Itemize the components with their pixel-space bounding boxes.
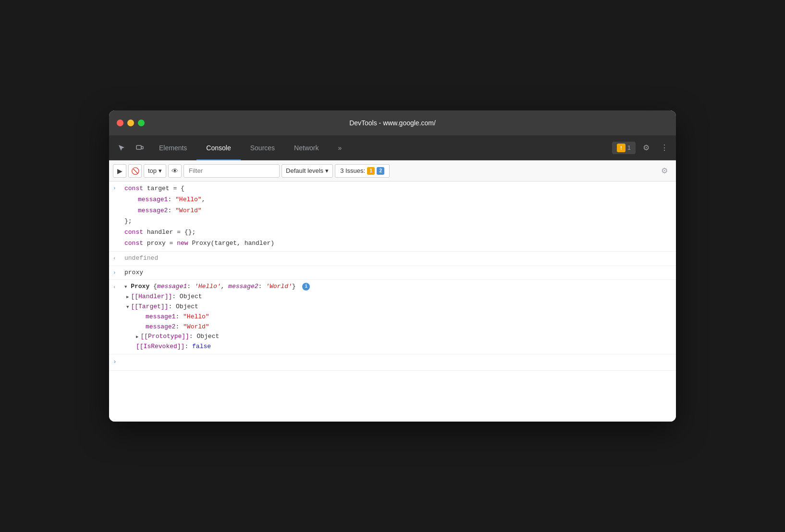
console-prompt: › (109, 354, 676, 371)
prompt-arrow[interactable]: › (113, 357, 117, 367)
issues-badge[interactable]: ! 1 (612, 142, 636, 154)
target-message1-row: message1: "Hello" (113, 312, 676, 322)
tab-console[interactable]: Console (196, 135, 240, 160)
maximize-button[interactable] (138, 120, 145, 126)
input-arrow-2[interactable]: › (113, 268, 123, 278)
cursor-icon[interactable] (113, 139, 130, 157)
target-message2-row: message2: "World" (113, 322, 676, 332)
minimize-button[interactable] (127, 120, 134, 126)
settings-icon[interactable]: ⚙ (638, 140, 654, 156)
traffic-lights (117, 120, 145, 126)
prototype-row: [[Prototype]]: Object (113, 332, 676, 342)
tabbar: Elements Console Sources Network » ! 1 ⚙… (109, 135, 676, 160)
input-arrow-1[interactable]: › (113, 183, 123, 193)
console-entry-4: ‹ Proxy {message1: 'Hello', message2: 'W… (109, 280, 676, 354)
isrevoked-row: [[IsRevoked]]: false (113, 342, 676, 352)
output-arrow-1: ‹ (113, 254, 123, 263)
filter-input[interactable] (184, 164, 280, 178)
target-header-row: [[Target]]: Object (113, 302, 676, 312)
console-entry-3: › proxy (109, 266, 676, 280)
output-arrow-2: ‹ (113, 282, 123, 292)
console-entry-1: › const target = { message1: "Hello", me… (109, 181, 676, 252)
console-content: › const target = { message1: "Hello", me… (109, 181, 676, 422)
more-options-icon[interactable]: ⋮ (657, 140, 672, 156)
window-title: DevTools - www.google.com/ (349, 119, 436, 127)
context-selector[interactable]: top ▾ (144, 164, 166, 178)
code-block-1: const target = { message1: "Hello", mess… (123, 183, 676, 249)
info-icon[interactable]: i (302, 283, 310, 290)
handler-row: [[Handler]]: Object (113, 292, 676, 302)
tab-elements[interactable]: Elements (149, 135, 196, 160)
svg-rect-1 (141, 146, 143, 149)
console-input[interactable] (121, 359, 672, 366)
console-entry-2: ‹ undefined (109, 252, 676, 266)
console-toolbar: ▶ 🚫 top ▾ 👁 Default levels ▾ 3 Issues: 1… (109, 160, 676, 181)
eye-icon[interactable]: 👁 (168, 164, 182, 178)
tab-sources[interactable]: Sources (241, 135, 284, 160)
run-button[interactable]: ▶ (113, 164, 126, 178)
console-settings-icon[interactable]: ⚙ (657, 163, 672, 179)
close-button[interactable] (117, 120, 123, 126)
tabbar-right: ! 1 ⚙ ⋮ (612, 140, 672, 156)
issues-button[interactable]: 3 Issues: 1 2 (335, 164, 390, 178)
tab-more[interactable]: » (328, 135, 351, 160)
proxy-expand-triangle[interactable] (124, 282, 127, 292)
info-badge: 2 (377, 167, 384, 175)
titlebar: DevTools - www.google.com/ (109, 110, 676, 135)
clear-button[interactable]: 🚫 (128, 164, 142, 178)
warning-badge: 1 (367, 167, 375, 175)
default-levels-button[interactable]: Default levels ▾ (282, 164, 333, 178)
device-icon[interactable] (131, 139, 148, 157)
svg-rect-0 (136, 145, 141, 149)
devtools-window: DevTools - www.google.com/ Elements Cons… (109, 110, 676, 422)
tab-network[interactable]: Network (284, 135, 328, 160)
warning-icon: ! (617, 144, 626, 152)
